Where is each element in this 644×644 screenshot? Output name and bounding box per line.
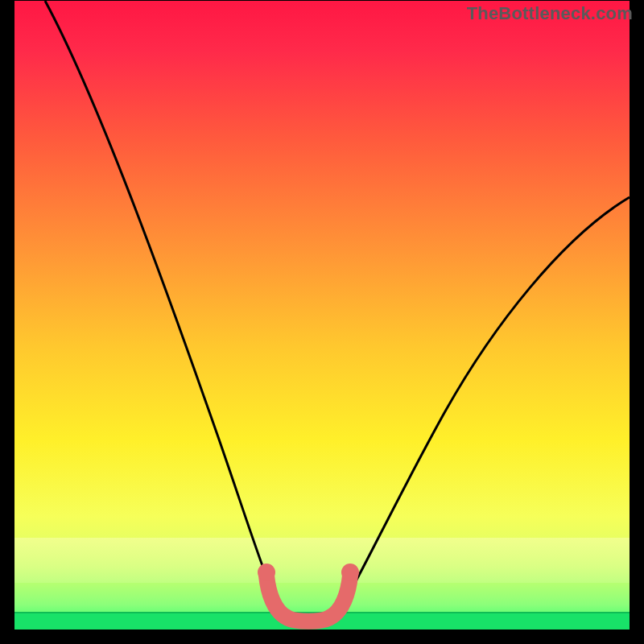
chart-stage: TheBottleneck.com (0, 0, 644, 644)
watermark-text: TheBottleneck.com (467, 3, 633, 24)
pale-band (14, 538, 630, 583)
chart-svg (0, 0, 644, 644)
svg-point-1 (341, 564, 359, 581)
gradient-background (14, 1, 630, 630)
svg-point-0 (258, 564, 275, 581)
plot-area (14, 1, 630, 630)
